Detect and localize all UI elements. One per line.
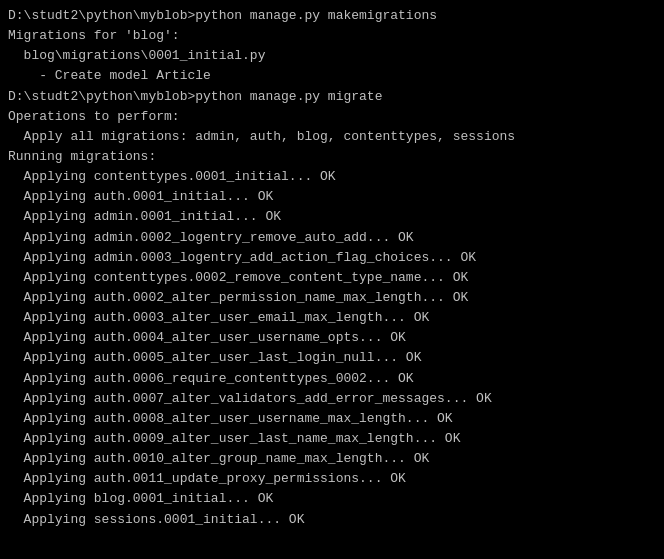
- terminal-window: D:\studt2\python\myblob>python manage.py…: [0, 0, 664, 559]
- terminal-line: Applying sessions.0001_initial... OK: [8, 510, 656, 530]
- terminal-line: Applying contenttypes.0002_remove_conten…: [8, 268, 656, 288]
- terminal-line: Applying auth.0007_alter_validators_add_…: [8, 389, 656, 409]
- terminal-line: Applying auth.0009_alter_user_last_name_…: [8, 429, 656, 449]
- terminal-line: Applying auth.0011_update_proxy_permissi…: [8, 469, 656, 489]
- terminal-line: Applying blog.0001_initial... OK: [8, 489, 656, 509]
- terminal-line: Applying contenttypes.0001_initial... OK: [8, 167, 656, 187]
- terminal-line: Applying auth.0010_alter_group_name_max_…: [8, 449, 656, 469]
- terminal-line: blog\migrations\0001_initial.py: [8, 46, 656, 66]
- terminal-line: Applying auth.0004_alter_user_username_o…: [8, 328, 656, 348]
- terminal-line: Applying auth.0008_alter_user_username_m…: [8, 409, 656, 429]
- terminal-line: Applying auth.0006_require_contenttypes_…: [8, 369, 656, 389]
- terminal-line: Apply all migrations: admin, auth, blog,…: [8, 127, 656, 147]
- terminal-line: Applying auth.0005_alter_user_last_login…: [8, 348, 656, 368]
- terminal-line: Applying auth.0002_alter_permission_name…: [8, 288, 656, 308]
- terminal-line: Applying auth.0003_alter_user_email_max_…: [8, 308, 656, 328]
- terminal-line: - Create model Article: [8, 66, 656, 86]
- terminal-line: Applying admin.0002_logentry_remove_auto…: [8, 228, 656, 248]
- terminal-line: Applying admin.0003_logentry_add_action_…: [8, 248, 656, 268]
- terminal-line: Migrations for 'blog':: [8, 26, 656, 46]
- terminal-line: Operations to perform:: [8, 107, 656, 127]
- terminal-line: D:\studt2\python\myblob>python manage.py…: [8, 87, 656, 107]
- terminal-line: D:\studt2\python\myblob>python manage.py…: [8, 6, 656, 26]
- terminal-line: Applying admin.0001_initial... OK: [8, 207, 656, 227]
- terminal-line: Applying auth.0001_initial... OK: [8, 187, 656, 207]
- terminal-line: Running migrations:: [8, 147, 656, 167]
